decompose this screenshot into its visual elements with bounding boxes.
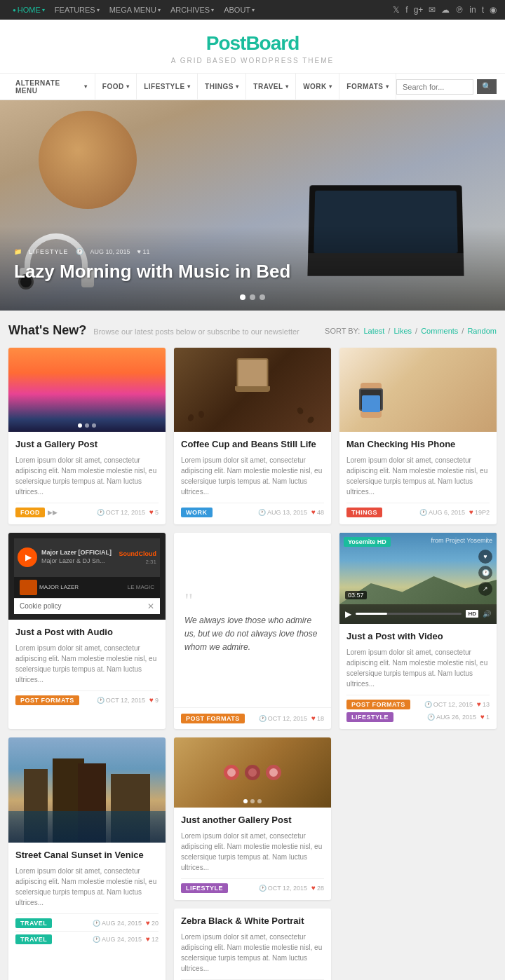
whats-new-subtitle: Browse our latest posts below or subscri… (93, 327, 299, 336)
audio-duration: 2:31 (145, 559, 156, 565)
topnav-home[interactable]: ● HOME ▾ (8, 4, 49, 16)
cloud-icon[interactable]: ☁ (441, 5, 450, 15)
post-tag-audio[interactable]: Post Formats (15, 695, 79, 705)
post-likes-venice: ♥ 20 (146, 919, 159, 927)
post-date-audio: 🕐 OCT 12, 2015 (97, 697, 145, 704)
secnav-food[interactable]: FOOD ▾ (95, 74, 137, 100)
rss-icon[interactable]: ◉ (490, 5, 497, 15)
mail-icon[interactable]: ✉ (429, 5, 436, 15)
cookie-close-button[interactable]: ✕ (147, 601, 154, 611)
post-title-phone: Man Checking His Phone (346, 439, 490, 451)
facebook-icon[interactable]: f (405, 5, 408, 15)
clock-icon: 🕐 (424, 701, 432, 708)
post-likes-video-2: ♥ 1 (480, 713, 490, 721)
topnav-about[interactable]: ABOUT ▾ (220, 4, 259, 16)
search-input[interactable] (396, 79, 473, 95)
clock-icon: 🕐 (259, 885, 267, 892)
video-thumb[interactable]: Yosemite HD from Project Yosemite ♥ 🕐 ↗ … (339, 533, 497, 624)
post-title-video: Just a Post with Video (346, 631, 490, 643)
post-tag-quote[interactable]: Post Formats (181, 714, 245, 723)
clock-icon: 🕐 (93, 920, 100, 927)
bookmark-action-icon[interactable]: 🕐 (478, 566, 492, 580)
topnav-features[interactable]: FEATURES ▾ (50, 4, 104, 16)
hero-dot-2[interactable] (250, 294, 255, 300)
hero-dot-3[interactable] (260, 294, 265, 300)
search-button[interactable]: 🔍 (477, 79, 497, 94)
google-icon[interactable]: g+ (414, 5, 424, 15)
post-likes-phone: ♥ 19P2 (469, 508, 490, 516)
topnav-mega-menu[interactable]: MEGA MENU ▾ (105, 4, 165, 16)
search-form: 🔍 (396, 79, 497, 95)
heart-icon: ♥ (149, 508, 154, 516)
quote-mark: " (184, 590, 321, 611)
post-excerpt-audio: Lorem ipsum dolor sit amet, consectetur … (15, 643, 159, 685)
clock-icon: 🕐 (419, 509, 427, 516)
post-thumb-coffee[interactable] (174, 348, 331, 432)
sort-likes[interactable]: Likes (393, 327, 412, 335)
post-tag-lifestyle[interactable]: Lifestyle (181, 883, 228, 893)
post-body-audio: Just a Post with Audio Lorem ipsum dolor… (8, 620, 166, 712)
post-thumb-gallery[interactable] (8, 348, 166, 432)
post-excerpt-video: Lorem ipsum dolor sit amet, consectetur … (346, 647, 490, 689)
secnav-work[interactable]: WORK ▾ (296, 74, 339, 100)
secnav-things[interactable]: THINGS ▾ (198, 74, 246, 100)
post-tag-video-2[interactable]: Lifestyle (346, 712, 393, 722)
twitter-icon[interactable]: 𝕏 (393, 5, 400, 15)
cookie-notice: Cookie policy ✕ (14, 598, 160, 614)
hd-badge: HD (466, 610, 478, 618)
secnav-travel[interactable]: TRAVEL ▾ (246, 74, 296, 100)
video-progress-bar[interactable] (356, 613, 462, 615)
post-tag-video[interactable]: Post Formats (346, 700, 410, 709)
post-tag-venice-2[interactable]: Travel (15, 934, 52, 944)
hero-image: 📁 LIFESTYLE 🕐 AUG 10, 2015 ♥ 11 Lazy Mor… (0, 100, 505, 311)
empty-col (339, 737, 497, 980)
post-likes-coffee: ♥ 48 (311, 508, 324, 516)
post-footer-phone: Things 🕐 AUG 6, 2015 ♥ 19P2 (346, 503, 490, 517)
secnav-lifestyle[interactable]: LIFESTYLE ▾ (137, 74, 198, 100)
tumblr-icon[interactable]: t (482, 5, 484, 15)
quote-footer: Post Formats 🕐 OCT 12, 2015 ♥ 18 (174, 707, 331, 729)
sort-latest[interactable]: Latest (363, 327, 384, 335)
video-play-button[interactable]: ▶ (345, 609, 351, 619)
post-tag-things[interactable]: Things (346, 508, 382, 517)
track-name: Major Lazer & DJ Sn... (41, 557, 115, 564)
sort-random[interactable]: Random (467, 327, 497, 335)
post-thumb-venice[interactable] (8, 737, 166, 843)
post-likes-venice-2: ♥ 12 (146, 935, 159, 943)
post-thumb-gallery2[interactable] (174, 737, 331, 808)
post-thumb-phone[interactable] (339, 348, 497, 432)
post-footer-video-2: Lifestyle 🕐 AUG 26, 2015 ♥ 1 (346, 709, 490, 722)
posts-row-3: Street Canal Sunset in Venice Lorem ipsu… (8, 737, 497, 980)
sort-comments[interactable]: Comments (421, 327, 458, 335)
audio-player: ▶ Major Lazer [OFFICIAL] Major Lazer & D… (8, 533, 166, 620)
volume-icon[interactable]: 🔊 (483, 610, 491, 618)
share-action-icon[interactable]: ↗ (478, 582, 492, 596)
post-card-phone: Man Checking His Phone Lorem ipsum dolor… (339, 348, 497, 524)
secnav-formats[interactable]: FORMATS ▾ (339, 74, 396, 100)
post-tag-venice[interactable]: Travel (15, 918, 52, 928)
post-title-coffee: Coffee Cup and Beans Still Life (181, 439, 324, 451)
pinterest-icon[interactable]: ℗ (455, 5, 464, 15)
social-icons: 𝕏 f g+ ✉ ☁ ℗ in t ◉ (393, 5, 497, 15)
post-tag-food[interactable]: Food (15, 508, 45, 517)
audio-play-button[interactable]: ▶ (18, 547, 37, 567)
heart-icon: ♥ (146, 935, 150, 943)
heart-action-icon[interactable]: ♥ (478, 550, 492, 564)
soundcloud-logo: SoundCloud (119, 550, 157, 557)
video-source: from Project Yosemite (431, 537, 492, 544)
heart-icon: ♥ (146, 919, 150, 927)
post-date-video: 🕐 OCT 12, 2015 (424, 701, 473, 708)
secnav-alternate-menu[interactable]: ALTERNATE MENU ▾ (8, 74, 95, 100)
gallery2-dots (243, 799, 262, 803)
post-excerpt-phone: Lorem ipsum dolor sit amet, consectetur … (346, 455, 490, 497)
hero-dot-1[interactable] (240, 294, 245, 300)
post-tag-work[interactable]: Work (181, 508, 213, 517)
topnav-archives[interactable]: ARCHIVES ▾ (166, 4, 218, 16)
audio-thumb-strip: MAJOR LAZER LE MAGIC (14, 577, 160, 598)
clock-icon: 🕐 (427, 714, 435, 721)
post-footer-coffee: Work 🕐 AUG 13, 2015 ♥ 48 (181, 503, 324, 517)
post-tag-extra: ▶▶ (48, 509, 58, 516)
posts-row-1: Just a Gallery Post Lorem ipsum dolor si… (8, 348, 497, 524)
linkedin-icon[interactable]: in (469, 5, 476, 15)
post-likes-video: ♥ 13 (477, 700, 490, 708)
